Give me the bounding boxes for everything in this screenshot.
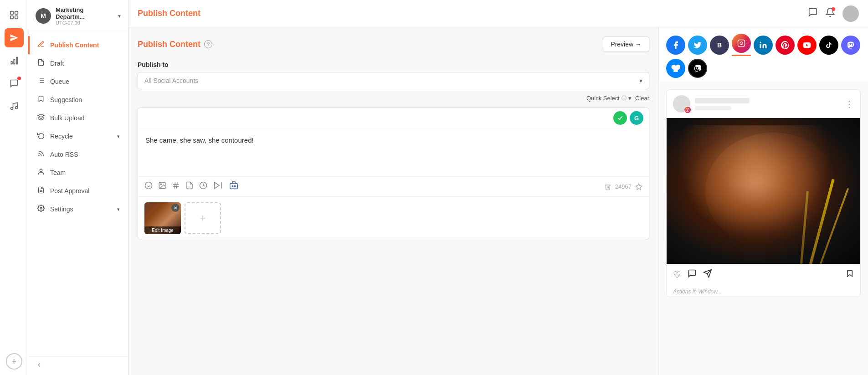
nav-item-home[interactable] [5,5,24,25]
svg-point-35 [234,185,235,186]
queue-icon [36,77,46,86]
nav-item-engage[interactable] [5,74,24,93]
svg-point-25 [160,184,161,185]
hashtag-icon[interactable] [172,181,180,192]
image-upload-icon[interactable] [158,181,166,192]
add-button[interactable]: + [6,353,22,370]
preview-button[interactable]: Preview → [603,36,649,52]
org-header[interactable]: M Marketing Departm... UTC-07:00 ▾ [28,0,128,32]
sidebar-item-bulk-upload[interactable]: Bulk Upload [28,109,128,127]
preview-card: ⋮ [666,89,861,297]
svg-point-43 [688,109,689,109]
sidebar-item-label: Suggestion [50,96,82,103]
sidebar-item-recycle[interactable]: Recycle ▾ [28,127,128,145]
social-account-threads[interactable] [688,59,707,78]
notes-icon[interactable] [185,181,194,192]
main-content: Publish Content Publish Content ? Previe… [128,0,868,375]
bookmark-icon[interactable] [846,269,854,280]
social-account-mastodon[interactable] [841,36,860,55]
sidebar-item-settings[interactable]: Settings ▾ [28,200,128,218]
top-bar: Publish Content [128,0,868,27]
quick-select-bar: Quick Select ⓘ ▾ Clear [138,95,649,102]
sidebar-item-label: Team [50,169,66,176]
attachment-edit-label[interactable]: Edit Image [144,226,181,234]
svg-rect-3 [15,16,17,19]
social-account-youtube[interactable] [797,36,817,55]
bell-icon[interactable] [825,7,835,20]
ai-check-button[interactable] [613,111,627,125]
sidebar-item-publish-content[interactable]: Publish Content [28,36,128,54]
svg-marker-15 [38,114,44,117]
publish-to-label: Publish to [138,61,649,68]
social-account-linkedin[interactable] [754,36,773,55]
svg-point-7 [10,108,13,110]
sidebar-item-label: Queue [50,78,69,85]
account-select-placeholder: All Social Accounts [144,77,198,84]
org-timezone: UTC-07:00 [56,20,113,26]
preview-more-icon[interactable]: ⋮ [845,98,854,109]
svg-line-29 [177,182,178,189]
social-account-pinterest[interactable] [776,36,795,55]
compose-card: G She came, she saw, she contoured! [138,107,649,240]
bot-icon[interactable] [229,181,238,192]
top-bar-icons [808,5,859,22]
attachment-remove-button[interactable]: ✕ [171,204,180,212]
sidebar-item-auto-rss[interactable]: Auto RSS [28,145,128,164]
suggestion-icon [36,95,46,104]
svg-line-28 [175,182,175,189]
social-account-bluesky[interactable] [666,59,685,78]
social-account-instagram[interactable] [732,34,751,56]
svg-point-42 [687,109,688,111]
svg-marker-31 [215,182,220,189]
nav-item-publish[interactable] [5,28,24,47]
sidebar-item-queue[interactable]: Queue [28,72,128,91]
org-chevron-icon[interactable]: ▾ [118,13,121,19]
sidebar: M Marketing Departm... UTC-07:00 ▾ Publi… [28,0,128,375]
sidebar-item-draft[interactable]: Draft [28,54,128,72]
delete-icon[interactable] [604,183,611,190]
sidebar-item-label: Bulk Upload [50,114,85,122]
media-icon[interactable] [213,181,224,192]
sidebar-item-team[interactable]: Team [28,164,128,182]
account-select-dropdown[interactable]: All Social Accounts ▾ [138,72,649,89]
user-avatar[interactable] [842,5,859,22]
help-icon[interactable]: ? [204,40,212,48]
bulk-upload-icon [36,113,46,123]
svg-rect-4 [16,57,18,64]
org-name: Marketing Departm... [56,6,113,20]
comment-icon[interactable] [688,269,697,280]
svg-rect-0 [10,11,13,14]
quick-select-text[interactable]: Quick Select ⓘ ▾ [586,95,632,102]
messages-icon[interactable] [808,7,818,20]
social-account-twitter[interactable] [688,36,707,55]
collapse-sidebar-button[interactable] [36,361,43,370]
schedule-icon[interactable] [199,181,207,192]
recycle-icon [36,132,46,141]
like-icon[interactable]: ♡ [673,269,681,280]
sidebar-item-label: Draft [50,60,64,67]
sidebar-item-post-approval[interactable]: Post Approval [28,182,128,200]
preview-image [667,118,860,264]
share-icon[interactable] [703,269,712,280]
post-approval-icon [36,186,46,195]
org-info: Marketing Departm... UTC-07:00 [56,6,113,26]
ai-grammarly-button[interactable]: G [630,111,643,125]
attachment-add-button[interactable]: + [185,202,221,234]
magic-icon[interactable] [635,183,642,190]
auto-rss-icon [36,150,46,159]
social-account-buffer[interactable]: B [710,36,729,55]
sidebar-item-suggestion[interactable]: Suggestion [28,91,128,109]
svg-point-16 [39,155,39,156]
char-count-area: 24967 [604,183,642,190]
social-account-tiktok[interactable] [819,36,838,55]
social-account-facebook[interactable] [666,36,685,55]
publish-header: Publish Content ? Preview → [138,36,649,52]
org-avatar: M [36,8,51,24]
nav-item-create[interactable] [5,97,24,116]
svg-rect-33 [230,184,237,189]
compose-textarea[interactable]: She came, she saw, she contoured! [138,129,649,175]
quick-select-info-icon: ⓘ [621,95,627,102]
nav-item-analytics[interactable] [5,51,24,70]
clear-button[interactable]: Clear [635,95,649,102]
emoji-picker-icon[interactable] [144,181,153,192]
